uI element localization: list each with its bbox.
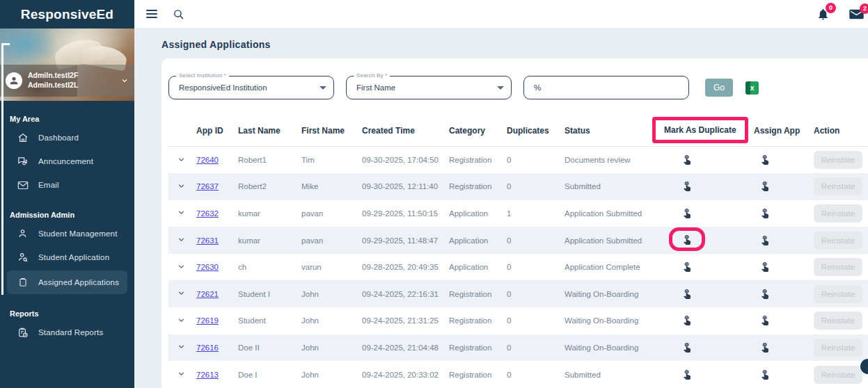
filter-bar: Select Institution * ResponsiveEd Instit…: [168, 76, 868, 99]
table-header-row: App IDLast NameFirst NameCreated TimeCat…: [168, 121, 868, 147]
mark-as-duplicate-button[interactable]: [681, 261, 693, 272]
sidebar-section-admission-admin: Admission Admin: [0, 197, 134, 222]
reinstate-button[interactable]: Reinstate: [814, 285, 862, 303]
expand-row-button[interactable]: [177, 369, 186, 378]
sidebar-item-assigned-applications[interactable]: Assigned Applications: [7, 270, 127, 294]
assign-app-button[interactable]: [759, 261, 771, 272]
created-time-cell: 09-29-2025, 11:48:47: [362, 227, 449, 254]
sidebar-item-label: Email: [38, 181, 59, 189]
column-header-mark-as-duplicate: Mark As Duplicate: [652, 121, 754, 147]
app-id-link[interactable]: 72616: [196, 343, 219, 352]
expand-row-button[interactable]: [177, 181, 186, 191]
app-id-link[interactable]: 72632: [196, 209, 219, 218]
assign-app-button[interactable]: [759, 207, 771, 218]
expand-row-button[interactable]: [177, 155, 186, 164]
sidebar-item-student-application[interactable]: Student Application: [0, 245, 134, 269]
app-id-link[interactable]: 72621: [196, 290, 219, 298]
sidebar-item-dashboard[interactable]: Dashboard: [0, 126, 134, 149]
search-icon[interactable]: [173, 8, 184, 20]
menu-icon[interactable]: [146, 10, 157, 18]
applications-card: Select Institution * ResponsiveEd Instit…: [161, 58, 868, 388]
mark-as-duplicate-button[interactable]: [681, 369, 693, 380]
assign-app-button[interactable]: [759, 154, 771, 165]
column-header-action: Action: [814, 121, 868, 147]
sidebar-item-anncuncement[interactable]: Anncuncement: [0, 149, 134, 173]
expand-row-button[interactable]: [177, 235, 186, 244]
institution-select[interactable]: Select Institution * ResponsiveEd Instit…: [168, 76, 334, 99]
expand-row-button[interactable]: [177, 262, 186, 271]
go-button[interactable]: Go: [705, 79, 733, 97]
created-time-cell: 09-30-2025, 12:11:40: [362, 173, 449, 200]
email-icon: [17, 179, 29, 191]
institution-select-value: ResponsiveEd Institution: [179, 83, 267, 92]
assign-app-button[interactable]: [759, 314, 771, 325]
status-cell: Submitted: [565, 361, 652, 388]
app-id-link[interactable]: 72613: [196, 371, 219, 379]
profile-strip[interactable]: Admiln.testl2F Admiln.testl2L: [0, 65, 134, 97]
duplicates-cell: 0: [507, 227, 565, 254]
page-title: Assigned Applications: [134, 29, 868, 50]
expand-row-button[interactable]: [177, 208, 186, 217]
duplicates-cell: 0: [507, 334, 565, 362]
mark-as-duplicate-button[interactable]: [681, 234, 693, 245]
reinstate-button[interactable]: Reinstate: [814, 312, 862, 330]
reinstate-button[interactable]: Reinstate: [814, 232, 862, 250]
main-content: Assigned Applications Select Institution…: [134, 29, 868, 388]
expand-row-button[interactable]: [177, 289, 186, 298]
reinstate-button[interactable]: Reinstate: [814, 366, 862, 384]
annotation-highlight-ring: [669, 227, 705, 251]
column-header-created-time: Created Time: [362, 121, 449, 147]
app-id-link[interactable]: 72640: [196, 156, 219, 164]
excel-export-icon[interactable]: x: [745, 81, 759, 95]
expand-row-button[interactable]: [177, 342, 186, 351]
mark-as-duplicate-button[interactable]: [681, 288, 693, 299]
category-cell: Registration: [449, 361, 507, 388]
expander-column-header: [168, 121, 196, 147]
status-cell: Application Complete: [565, 254, 652, 281]
clipboard-icon: [17, 277, 29, 289]
sidebar-item-student-management[interactable]: Student Management: [0, 222, 134, 245]
notifications-button[interactable]: 0: [816, 8, 830, 21]
last-name-cell: Student I: [238, 280, 301, 307]
sidebar-item-label: Student Management: [38, 229, 118, 238]
search-by-select[interactable]: Search By * First Name: [346, 76, 512, 99]
mark-as-duplicate-button[interactable]: [681, 341, 693, 353]
sidebar: ResponsiveEd Admiln.testl2F Admiln.testl…: [0, 0, 134, 388]
mail-button[interactable]: 2: [849, 8, 864, 20]
category-cell: Registration: [449, 173, 507, 200]
chevron-down-icon[interactable]: [120, 76, 129, 85]
assign-app-button[interactable]: [759, 341, 771, 353]
assign-app-button[interactable]: [759, 234, 771, 245]
app-id-link[interactable]: 72637: [196, 182, 219, 191]
reinstate-button[interactable]: Reinstate: [814, 151, 862, 169]
mark-as-duplicate-button[interactable]: [681, 207, 693, 218]
first-name-cell: varun: [301, 254, 362, 281]
assign-app-button[interactable]: [759, 369, 771, 380]
mark-as-duplicate-button[interactable]: [681, 314, 693, 325]
person-icon: [17, 228, 29, 240]
app-id-link[interactable]: 72631: [196, 236, 219, 245]
search-value-input[interactable]: %: [523, 76, 689, 99]
duplicates-cell: 1: [507, 200, 565, 227]
app-id-link[interactable]: 72630: [196, 263, 219, 271]
reinstate-button[interactable]: Reinstate: [814, 258, 862, 276]
reinstate-button[interactable]: Reinstate: [814, 339, 862, 357]
sidebar-item-email[interactable]: Email: [0, 173, 134, 197]
assign-app-button[interactable]: [759, 288, 771, 299]
sidebar-item-standard-reports[interactable]: Standard Reports: [0, 321, 134, 344]
assign-app-button[interactable]: [759, 180, 771, 191]
user-last-name: Admiln.testl2L: [28, 81, 78, 90]
expand-row-button[interactable]: [177, 316, 186, 325]
first-name-cell: Mike: [301, 173, 362, 200]
reinstate-button[interactable]: Reinstate: [814, 177, 862, 195]
institution-select-label: Select Institution *: [176, 72, 229, 79]
status-cell: Documents review: [565, 147, 652, 174]
mark-as-duplicate-button[interactable]: [681, 154, 693, 165]
applications-table: App IDLast NameFirst NameCreated TimeCat…: [168, 121, 868, 388]
mark-as-duplicate-button[interactable]: [681, 180, 693, 191]
created-time-cell: 09-28-2025, 20:49:35: [362, 254, 449, 281]
first-name-cell: John: [301, 307, 362, 334]
first-name-cell: pavan: [301, 200, 362, 227]
app-id-link[interactable]: 72619: [196, 316, 219, 325]
reinstate-button[interactable]: Reinstate: [814, 204, 862, 223]
